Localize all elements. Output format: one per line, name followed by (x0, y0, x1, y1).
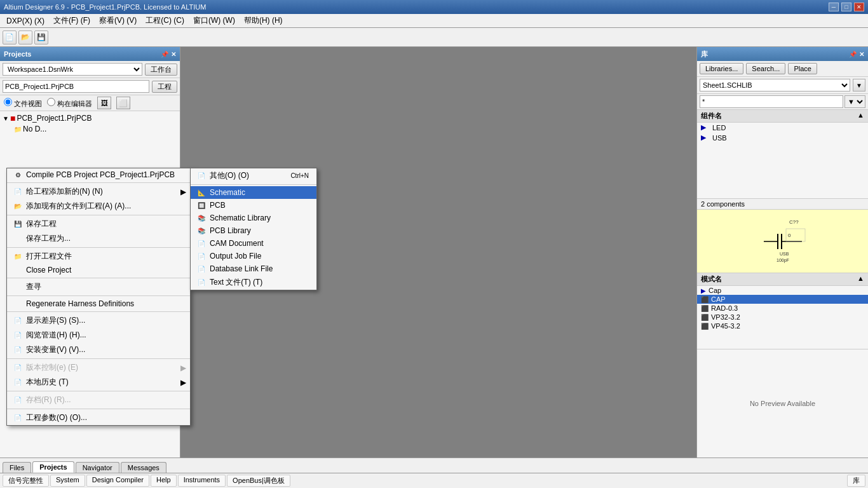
tab-projects[interactable]: Projects (32, 461, 74, 473)
sub1-sep-1 (191, 184, 316, 185)
close-button[interactable]: ✕ (854, 3, 864, 11)
ctx-save[interactable]: 💾 保存工程 (7, 217, 190, 231)
bottom-tabs: Files Projects Navigator Messages (0, 458, 868, 473)
tab-navigator[interactable]: Navigator (76, 462, 119, 473)
model-cap[interactable]: ▶ Cap (697, 286, 868, 295)
ctx-diff[interactable]: 📄 显示差异(S) (S)... (7, 313, 190, 328)
status-design[interactable]: Design Compiler (86, 475, 149, 487)
version-icon: 📄 (12, 363, 24, 372)
lib-filter-row: ▼ (697, 94, 868, 110)
ctx-history[interactable]: 📄 本地历史 (T) ▶ (7, 375, 190, 390)
right-close-icon[interactable]: ✕ (859, 51, 864, 58)
output-icon: 📄 (196, 252, 207, 261)
status-signal[interactable]: 信号完整性 (3, 475, 49, 487)
status-help[interactable]: Help (151, 475, 177, 487)
status-instruments[interactable]: Instruments (178, 475, 226, 487)
submenu-arrow-3: ▶ (180, 378, 186, 387)
status-lib[interactable]: 库 (847, 475, 865, 487)
models-section-header: 模式名 ▲ (697, 273, 868, 286)
tab-messages[interactable]: Messages (121, 462, 166, 473)
sub1-text[interactable]: 📄 Text 文件(T) (T) (191, 275, 316, 290)
model-cap2[interactable]: ⬛ CAP (697, 295, 868, 304)
toolbar-save[interactable]: 💾 (34, 30, 48, 44)
vp45-icon: ⬛ (701, 323, 709, 330)
place-button[interactable]: Place (788, 63, 817, 74)
ctx-sep-4 (7, 278, 190, 278)
ctx-sep-5 (7, 295, 190, 296)
ctx-save-as[interactable]: 保存工程为... (7, 231, 190, 246)
menu-dxp[interactable]: DXP(X) (X) (3, 15, 48, 27)
ctx-find[interactable]: 查寻 (7, 280, 190, 294)
models-arrow: ▲ (857, 274, 864, 284)
model-rad03[interactable]: ⬛ RAD-0.3 (697, 304, 868, 313)
maximize-button[interactable]: □ (841, 3, 851, 11)
cap2-icon: ⬛ (701, 296, 709, 303)
sub1-pcb[interactable]: 🔲 PCB (191, 199, 316, 212)
tab-files[interactable]: Files (3, 462, 31, 473)
history-icon: 📄 (12, 378, 24, 387)
sub1-output[interactable]: 📄 Output Job File (191, 250, 316, 262)
install-icon: 📄 (12, 346, 24, 355)
status-bar: 信号完整性 System Design Compiler Help Instru… (0, 473, 868, 488)
sub1-other[interactable]: 📄 其他(O) (O) Ctrl+N (191, 168, 316, 183)
component-list: ▶ LED ▶ USB (697, 123, 868, 199)
ctx-add-new[interactable]: 📄 给工程添加新的(N) (N) ▶ (7, 184, 190, 199)
toolbar-open[interactable]: 📂 (18, 30, 32, 44)
comp-usb[interactable]: ▶ USB (697, 133, 868, 143)
components-count: 2 components (697, 199, 868, 210)
sub1-dblink[interactable]: 📄 Database Link File (191, 262, 316, 275)
ctx-sep-3 (7, 247, 190, 248)
model-vp45[interactable]: ⬛ VP45-3.2 (697, 322, 868, 330)
title-text: Altium Designer 6.9 - PCB_Project1.PrjPC… (4, 3, 206, 11)
archive-icon: 📄 (12, 396, 24, 405)
pipe-icon: 📄 (12, 331, 24, 340)
minimize-button[interactable]: ─ (829, 3, 839, 11)
context-menu-overlay: ⚙ Compile PCB Project PCB_Project1.PrjPC… (0, 47, 180, 458)
component-preview-svg: C?? 0 USB 100pF (751, 216, 815, 267)
status-system[interactable]: System (50, 475, 85, 487)
menu-file[interactable]: 文件(F) (F) (50, 14, 94, 27)
right-panel: 库 📌 ✕ Libraries... Search... Place Sheet… (696, 47, 868, 458)
compile-icon: ⚙ (12, 170, 24, 179)
submenu-arrow-1: ▶ (180, 187, 186, 196)
ctx-regen[interactable]: Regenerate Harness Definitions (7, 297, 190, 310)
left-panel: Projects 📌 ✕ Workspace1.DsnWrk 工作台 工程 文件… (0, 47, 180, 458)
pcblib-icon: 📚 (196, 226, 207, 235)
right-panel-title: 库 (701, 50, 708, 59)
sub1-schematic[interactable]: 📐 Schematic (191, 186, 316, 199)
right-pin-icon[interactable]: 📌 (849, 51, 857, 58)
lib-select-more[interactable]: ▼ (853, 79, 865, 92)
ctx-params[interactable]: 📄 工程参数(O) (O)... (7, 410, 190, 425)
menu-window[interactable]: 窗口(W) (W) (189, 14, 239, 27)
menu-help[interactable]: 帮助(H) (H) (240, 14, 287, 27)
model-vp32[interactable]: ⬛ VP32-3.2 (697, 313, 868, 322)
lib-filter-select[interactable]: ▼ (844, 95, 865, 108)
ctx-close-project[interactable]: Close Project (7, 264, 190, 276)
search-button[interactable]: Search... (746, 63, 785, 74)
schlib-icon: 📚 (196, 214, 207, 222)
ctx-add-existing[interactable]: 📂 添加现有的文件到工程(A) (A)... (7, 199, 190, 214)
lib-filter-input[interactable] (700, 95, 843, 108)
title-bar: Altium Designer 6.9 - PCB_Project1.PrjPC… (0, 0, 868, 14)
ctx-pipe[interactable]: 📄 阅览管道(H) (H)... (7, 328, 190, 342)
ctx-open-file[interactable]: 📁 打开工程文件 (7, 249, 190, 264)
ctx-sep-8 (7, 391, 190, 391)
status-openbus[interactable]: OpenBus|调色板 (227, 475, 290, 487)
preview-label-top: C?? (789, 219, 799, 225)
other-icon: 📄 (196, 172, 207, 180)
preview-label-sub: 100pF (776, 258, 789, 263)
comp-led[interactable]: ▶ LED (697, 123, 868, 133)
menu-view[interactable]: 察看(V) (V) (95, 14, 140, 27)
ctx-compile[interactable]: ⚙ Compile PCB Project PCB_Project1.PrjPC… (7, 168, 190, 181)
lib-toolbar: Libraries... Search... Place (697, 61, 868, 77)
sub1-cam[interactable]: 📄 CAM Document (191, 237, 316, 250)
lib-select[interactable]: Sheet1.SCHLIB (700, 79, 850, 92)
ctx-install[interactable]: 📄 安装变量(V) (V)... (7, 342, 190, 357)
libraries-button[interactable]: Libraries... (700, 63, 743, 74)
sub1-pcblib[interactable]: 📚 PCB Library (191, 224, 316, 237)
menu-project[interactable]: 工程(C) (C) (142, 14, 188, 27)
save-as-icon (12, 234, 24, 243)
sub1-schlib[interactable]: 📚 Schematic Library (191, 212, 316, 224)
ctx-sep-7 (7, 358, 190, 359)
toolbar-new[interactable]: 📄 (3, 30, 17, 44)
